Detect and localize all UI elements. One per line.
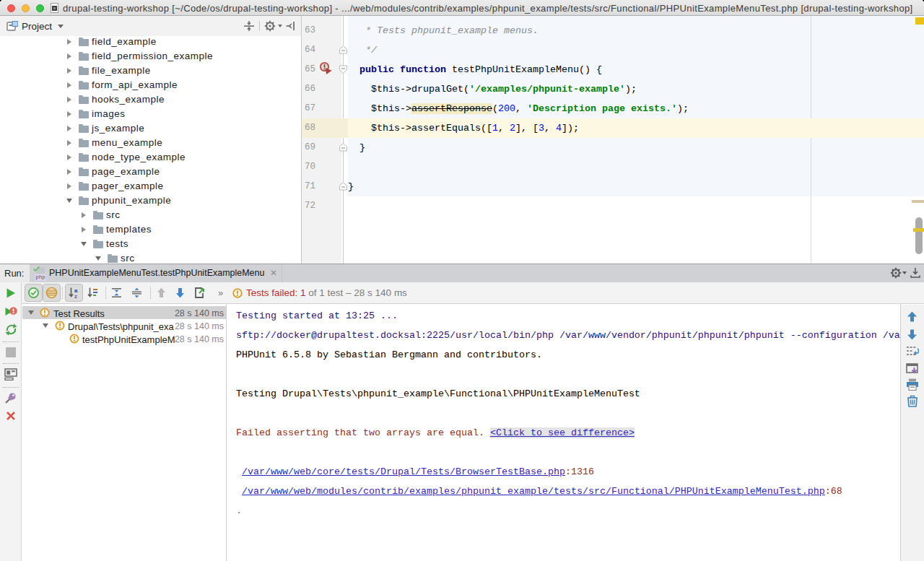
svg-text:z: z [74, 293, 77, 300]
